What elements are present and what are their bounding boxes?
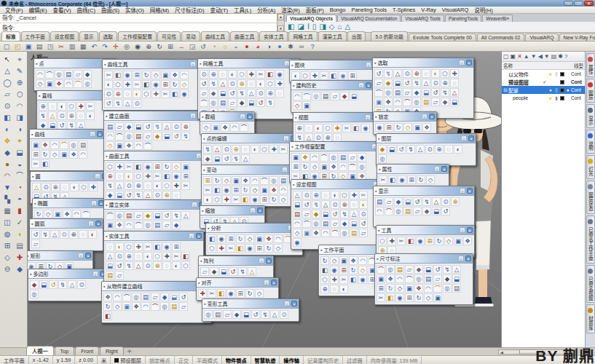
tool-icon[interactable]: ◎ xyxy=(160,302,169,311)
tool-icon[interactable]: ↻ xyxy=(386,284,395,293)
visualarq-table-icon[interactable]: ◧ xyxy=(288,23,294,31)
tool-icon[interactable]: ◉ xyxy=(251,195,259,204)
tool-icon[interactable]: ⬓ xyxy=(350,219,358,228)
tool-icon[interactable]: ⊕ xyxy=(51,183,60,191)
tool-icon[interactable]: ↺ xyxy=(251,310,260,319)
tool-icon[interactable]: ↯ xyxy=(406,145,415,154)
tool-icon[interactable]: ▤ xyxy=(279,176,288,185)
tool-icon[interactable]: ✂ xyxy=(379,175,387,184)
scale-icon[interactable]: ◔ xyxy=(210,42,218,51)
tool-icon[interactable]: ↺ xyxy=(228,89,237,98)
palette-options-button[interactable]: ○ xyxy=(78,253,84,258)
tool-icon[interactable]: ✚ xyxy=(172,181,181,190)
tool-icon[interactable]: ⊕ xyxy=(153,261,162,270)
tool-icon[interactable]: ⊕ xyxy=(67,111,76,120)
tool-icon[interactable]: ◠ xyxy=(180,71,189,79)
tools-icon[interactable]: ✱ xyxy=(558,52,563,61)
tool-icon[interactable]: ◎ xyxy=(386,265,395,274)
panel-tab-图层[interactable]: 图层 xyxy=(586,79,595,103)
help-icon[interactable]: ? xyxy=(308,42,317,51)
tool-icon[interactable]: ↻ xyxy=(103,302,112,311)
tool-icon[interactable]: ⊙ xyxy=(359,210,368,218)
tool-icon[interactable]: ▚ xyxy=(1,194,13,205)
layer-linetype[interactable]: Cont xyxy=(571,71,584,76)
visualarq-door-icon[interactable]: ◨ xyxy=(319,23,326,31)
list-icon[interactable]: ▤ xyxy=(551,52,557,61)
layer-row[interactable]: 预设图层✓ Cont xyxy=(502,78,585,86)
tool-icon[interactable]: ❖ xyxy=(349,256,358,265)
tool-icon[interactable]: ▱ xyxy=(405,265,414,274)
tool-icon[interactable]: ◇ xyxy=(245,234,254,243)
open-file-icon[interactable]: ◰ xyxy=(13,42,22,51)
tool-icon[interactable]: ▱ xyxy=(403,88,411,97)
tool-icon[interactable]: ↺ xyxy=(397,145,406,154)
tool-icon[interactable]: ◇ xyxy=(50,150,59,159)
tool-icon[interactable]: ⌒ xyxy=(115,132,124,141)
ribbon-tab[interactable]: All Commands 02 xyxy=(477,33,525,41)
visualarq-column-icon[interactable]: Ⅰ xyxy=(307,23,310,31)
tool-icon[interactable]: ⊕ xyxy=(114,90,122,98)
tool-icon[interactable]: ↻ xyxy=(213,176,221,185)
tool-icon[interactable]: ◌ xyxy=(218,70,227,79)
menu-item[interactable]: 文件(F) xyxy=(2,6,26,14)
tool-icon[interactable]: ▤ xyxy=(213,310,222,319)
tool-icon[interactable]: ↯ xyxy=(237,89,246,98)
tool-icon[interactable]: ◇ xyxy=(106,141,114,150)
tool-icon[interactable]: △ xyxy=(134,261,143,270)
tool-icon[interactable]: ↻ xyxy=(162,162,171,171)
visualarq-beam-icon[interactable]: ◪ xyxy=(297,23,304,31)
tool-icon[interactable]: ↻ xyxy=(241,186,250,194)
tool-icon[interactable]: ▤ xyxy=(403,207,412,215)
tool-icon[interactable]: ▱ xyxy=(115,122,124,131)
tool-icon[interactable]: ⬓ xyxy=(170,293,178,301)
tool-icon[interactable]: ◐ xyxy=(314,124,323,132)
tool-icon[interactable]: ▱ xyxy=(302,210,311,218)
tool-icon[interactable]: ⌒ xyxy=(122,293,131,301)
tool-icon[interactable]: ↯ xyxy=(384,69,393,78)
tool-icon[interactable]: ⊙ xyxy=(222,145,231,154)
tool-icon[interactable]: ◌ xyxy=(330,285,339,293)
tool-icon[interactable]: ✂ xyxy=(232,195,240,204)
menu-item[interactable]: V-Ray xyxy=(418,7,438,13)
tool-icon[interactable]: ◆ xyxy=(143,211,152,220)
tool-icon[interactable]: ◖ xyxy=(14,229,25,240)
tool-icon[interactable]: ▱ xyxy=(228,98,237,107)
palette-options-button[interactable]: ○ xyxy=(460,188,465,194)
tool-icon[interactable]: ⊕ xyxy=(320,285,329,293)
tool-icon[interactable]: ⊞ xyxy=(31,150,40,159)
tool-icon[interactable]: ◌ xyxy=(172,191,181,199)
tool-icon[interactable]: ↻ xyxy=(142,71,151,79)
tool-icon[interactable]: ◧ xyxy=(236,244,245,253)
tool-icon[interactable]: △ xyxy=(270,310,279,319)
panel-tab-显示[interactable]: 显示 xyxy=(586,104,595,128)
tool-icon[interactable]: ▱ xyxy=(385,197,393,206)
tool-icon[interactable]: ◎ xyxy=(378,154,387,163)
status-物件锁点[interactable]: 物件锁点 xyxy=(222,356,251,364)
tool-icon[interactable]: ⬡ xyxy=(266,79,275,88)
render-icon[interactable]: ● xyxy=(243,42,251,51)
tool-icon[interactable]: ↖ xyxy=(1,54,13,65)
tool-icon[interactable]: ◠ xyxy=(395,274,404,283)
tool-icon[interactable]: ⬡ xyxy=(125,242,133,251)
tool-icon[interactable]: ▤ xyxy=(350,229,358,237)
new-layer-icon[interactable]: ▢ xyxy=(503,52,509,61)
copy-object-icon[interactable]: ◲ xyxy=(188,42,197,51)
palette-options-button[interactable]: ○ xyxy=(264,280,269,285)
tool-icon[interactable]: ◧ xyxy=(388,175,397,184)
tool-icon[interactable]: ▣ xyxy=(53,210,62,218)
status-记录建构历史[interactable]: 记录建构历史 xyxy=(304,356,343,364)
tool-icon[interactable]: ◠ xyxy=(50,141,59,149)
palette-options-button[interactable]: ○ xyxy=(259,258,264,264)
palette-options-button[interactable]: ○ xyxy=(284,301,290,306)
tool-icon[interactable]: ⌒ xyxy=(302,92,311,100)
palette-title-bar[interactable]: ▪椭圆○✕ xyxy=(33,199,106,208)
tool-icon[interactable]: ↺ xyxy=(256,98,265,107)
tool-icon[interactable]: ◎ xyxy=(414,274,423,283)
layers-col-name[interactable]: 名称 xyxy=(503,62,574,69)
tool-icon[interactable]: ❖ xyxy=(170,71,179,79)
tool-icon[interactable]: ● xyxy=(1,159,13,170)
tool-icon[interactable]: ↯ xyxy=(209,79,218,88)
tool-icon[interactable]: ◉ xyxy=(180,90,189,98)
tool-icon[interactable]: ◉ xyxy=(162,242,171,251)
tool-icon[interactable]: ◇ xyxy=(222,176,231,185)
